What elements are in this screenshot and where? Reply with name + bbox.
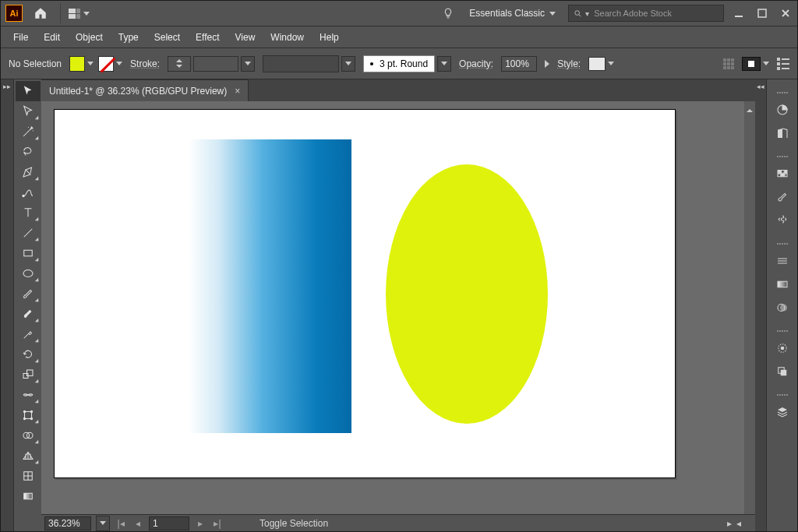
close-button[interactable]	[779, 6, 793, 20]
selection-tool[interactable]	[16, 81, 41, 101]
panel-group-grip[interactable]	[774, 394, 791, 397]
stroke-label[interactable]: Stroke:	[130, 58, 160, 69]
panel-group-grip[interactable]	[774, 92, 791, 95]
svg-rect-24	[778, 281, 787, 287]
canvas-area[interactable]	[41, 101, 755, 514]
stock-search-field[interactable]: ▾	[568, 5, 724, 22]
tools-collapse-handle[interactable]: ▸▸	[1, 79, 13, 531]
graphic-style-picker[interactable]	[588, 57, 614, 71]
stock-search-input[interactable]	[592, 8, 719, 19]
appearance-panel[interactable]	[771, 338, 794, 358]
artwork-yellow-ellipse[interactable]	[386, 164, 548, 424]
lasso-tool[interactable]	[16, 142, 41, 162]
minimize-button[interactable]	[732, 6, 746, 20]
tips-button[interactable]	[438, 3, 458, 23]
prev-artboard-button[interactable]: ◂	[132, 517, 144, 530]
stroke-weight-stepper[interactable]	[168, 56, 191, 72]
transparency-panel[interactable]	[771, 298, 794, 318]
line-segment-tool[interactable]	[16, 223, 41, 243]
vertical-scrollbar[interactable]	[744, 101, 755, 514]
panel-group-grip[interactable]	[774, 330, 791, 333]
last-artboard-button[interactable]: ▸|	[211, 517, 224, 530]
svg-rect-30	[780, 370, 786, 376]
gradient-panel[interactable]	[771, 274, 794, 294]
brush-definition-dropdown[interactable]	[341, 56, 355, 72]
svg-point-0	[575, 10, 580, 15]
hscroll-left-button[interactable]: ◂	[736, 518, 741, 529]
svg-rect-22	[781, 174, 784, 177]
next-artboard-button[interactable]: ▸	[194, 517, 207, 530]
swatches-panel[interactable]	[771, 164, 794, 184]
svg-rect-19	[781, 171, 784, 174]
menu-select[interactable]: Select	[147, 29, 188, 46]
fill-color-picker[interactable]	[69, 56, 94, 72]
scroll-up-button[interactable]	[744, 101, 755, 112]
menu-window[interactable]: Window	[263, 29, 312, 46]
stroke-color-picker[interactable]	[98, 56, 122, 72]
maximize-button[interactable]	[755, 6, 769, 20]
document-setup-button[interactable]	[742, 57, 769, 71]
type-tool[interactable]	[16, 203, 41, 223]
opacity-label[interactable]: Opacity:	[459, 58, 493, 69]
magic-wand-tool[interactable]	[16, 122, 41, 142]
workspace-label: Essentials Classic	[469, 8, 545, 19]
rotate-tool[interactable]	[16, 344, 41, 365]
color-guide-panel[interactable]	[771, 123, 794, 143]
brushes-panel[interactable]	[771, 187, 794, 207]
scale-tool[interactable]	[16, 365, 41, 385]
symbols-panel[interactable]	[771, 210, 794, 231]
paintbrush-tool[interactable]	[16, 284, 41, 304]
menu-effect[interactable]: Effect	[188, 29, 227, 46]
artboard-number-field[interactable]: 1	[149, 516, 189, 530]
free-transform-tool[interactable]	[16, 405, 41, 425]
rectangle-tool[interactable]	[16, 243, 41, 263]
svg-rect-2	[758, 9, 766, 17]
svg-rect-1	[735, 16, 743, 17]
layers-panel[interactable]	[771, 402, 794, 422]
menu-type[interactable]: Type	[111, 29, 147, 46]
stroke-panel[interactable]	[771, 251, 794, 271]
opacity-field[interactable]: 100%	[501, 56, 537, 72]
hscroll-right-button[interactable]: ▸	[727, 518, 732, 529]
home-button[interactable]	[30, 3, 51, 23]
color-panel[interactable]	[771, 100, 794, 120]
menu-help[interactable]: Help	[312, 29, 347, 46]
document-tab[interactable]: Untitled-1* @ 36.23% (RGB/GPU Preview) ×	[41, 79, 249, 101]
curvature-tool[interactable]	[16, 182, 41, 203]
document-tab-title: Untitled-1* @ 36.23% (RGB/GPU Preview)	[49, 86, 227, 97]
variable-width-profile[interactable]: 3 pt. Round	[363, 55, 451, 72]
gradient-tool[interactable]	[16, 486, 41, 506]
eyedropper-tool[interactable]	[16, 324, 41, 344]
opacity-popup-arrow[interactable]	[545, 60, 549, 68]
stroke-weight-dropdown[interactable]	[241, 56, 255, 72]
panel-group-grip[interactable]	[774, 243, 791, 246]
workspace-switcher[interactable]: Essentials Classic	[464, 6, 560, 20]
zoom-field[interactable]: 36.23%	[44, 516, 91, 530]
pen-tool[interactable]	[16, 162, 41, 182]
ellipse-tool[interactable]	[16, 263, 41, 284]
menu-file[interactable]: File	[5, 29, 36, 46]
zoom-dropdown[interactable]	[96, 516, 110, 531]
blob-brush-tool[interactable]	[16, 304, 41, 324]
document-column: Untitled-1* @ 36.23% (RGB/GPU Preview) ×…	[41, 79, 755, 531]
direct-selection-tool[interactable]	[16, 101, 41, 122]
width-tool[interactable]	[16, 385, 41, 405]
preferences-button[interactable]	[777, 58, 789, 70]
panels-collapse-handle[interactable]: ◂◂	[755, 79, 766, 531]
first-artboard-button[interactable]: |◂	[115, 517, 127, 530]
menu-edit[interactable]: Edit	[36, 29, 68, 46]
shape-builder-tool[interactable]	[16, 425, 41, 446]
artwork-gradient-rectangle[interactable]	[189, 139, 351, 433]
panel-group-grip[interactable]	[774, 156, 791, 159]
stroke-weight-preview	[193, 56, 238, 72]
perspective-grid-tool[interactable]	[16, 446, 41, 466]
artboard[interactable]	[54, 109, 676, 478]
arrange-documents-button[interactable]	[65, 7, 93, 20]
mesh-tool[interactable]	[16, 466, 41, 486]
graphic-styles-panel[interactable]	[771, 361, 794, 382]
menu-view[interactable]: View	[228, 29, 263, 46]
align-panel-icon[interactable]	[723, 58, 734, 69]
svg-point-14	[26, 432, 33, 439]
menu-object[interactable]: Object	[68, 29, 111, 46]
close-tab-button[interactable]: ×	[235, 86, 240, 97]
